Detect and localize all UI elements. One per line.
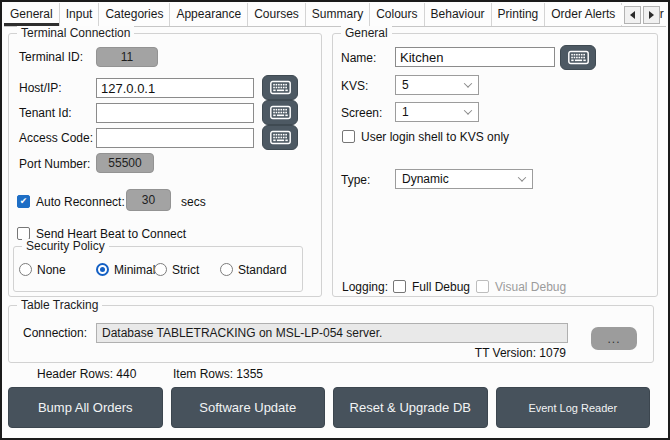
chevron-down-icon (464, 79, 472, 87)
type-label: Type: (341, 173, 370, 187)
tt-version-label: TT Version: 1079 (475, 346, 566, 360)
security-strict-label: Strict (172, 263, 199, 277)
auto-reconnect-checkbox[interactable] (17, 195, 30, 208)
general-group-title: General (341, 26, 392, 40)
tab-categories[interactable]: Categories (99, 3, 170, 26)
general-group: General Name: KVS: 5 Screen: 1 User logi… (332, 33, 658, 297)
tab-behaviour[interactable]: Behaviour (425, 3, 492, 26)
security-none-label: None (37, 263, 66, 277)
header-rows-stat: Header Rows: 440 (37, 367, 136, 381)
full-debug-label: Full Debug (412, 280, 470, 294)
screen-select[interactable]: 1 (395, 102, 479, 122)
visual-debug-label: Visual Debug (495, 280, 566, 294)
terminal-id-label: Terminal ID: (19, 50, 83, 64)
name-input[interactable] (395, 47, 555, 67)
keyboard-icon (568, 50, 589, 65)
host-ip-input[interactable] (96, 78, 254, 98)
terminal-connection-title: Terminal Connection (17, 26, 134, 40)
kvs-selected-value: 5 (402, 78, 409, 92)
left-arrow-icon (626, 11, 635, 19)
name-label: Name: (341, 51, 376, 65)
security-strict-radio[interactable] (154, 263, 167, 276)
table-tracking-group: Table Tracking Connection: Database TABL… (8, 305, 654, 363)
terminal-id-value[interactable]: 11 (96, 47, 158, 67)
user-login-shell-label: User login shell to KVS only (361, 130, 509, 144)
security-policy-group: Security Policy None Minimal Strict Stan… (13, 246, 303, 292)
connection-browse-button[interactable]: ... (591, 327, 637, 350)
visual-debug-checkbox (476, 280, 489, 293)
screen-label: Screen: (341, 106, 382, 120)
connection-value-field: Database TABLETRACKING on MSL-LP-054 ser… (96, 323, 568, 343)
connection-label: Connection: (23, 326, 87, 340)
logging-label: Logging: (342, 280, 388, 294)
security-standard-label: Standard (238, 263, 287, 277)
tab-scroll-left-button[interactable] (624, 6, 641, 24)
bump-all-orders-button[interactable]: Bump All Orders (8, 387, 163, 428)
software-update-button[interactable]: Software Update (171, 387, 326, 428)
secs-label: secs (181, 195, 206, 209)
tab-colours[interactable]: Colours (370, 3, 424, 26)
access-code-label: Access Code: (19, 131, 93, 145)
security-minimal-radio[interactable] (96, 263, 109, 276)
tenant-id-keyboard-button[interactable] (262, 100, 298, 125)
port-number-label: Port Number: (19, 157, 90, 171)
tab-appearance[interactable]: Appearance (170, 3, 248, 26)
tab-order-alerts[interactable]: Order Alerts (545, 3, 622, 26)
kvs-select[interactable]: 5 (395, 75, 479, 95)
chevron-down-icon (518, 173, 526, 181)
tenant-id-input[interactable] (96, 103, 254, 123)
chevron-down-icon (464, 106, 472, 114)
access-code-keyboard-button[interactable] (262, 125, 298, 150)
host-ip-label: Host/IP: (19, 81, 62, 95)
tab-general[interactable]: General (4, 3, 60, 26)
auto-reconnect-label: Auto Reconnect: (36, 195, 125, 209)
full-debug-checkbox[interactable] (393, 280, 406, 293)
type-select[interactable]: Dynamic (395, 169, 533, 189)
access-code-input[interactable] (96, 128, 254, 148)
keyboard-icon (270, 130, 291, 145)
screen-selected-value: 1 (402, 105, 409, 119)
host-ip-keyboard-button[interactable] (262, 75, 298, 100)
tenant-id-label: Tenant Id: (19, 106, 72, 120)
right-arrow-icon (649, 11, 658, 19)
security-none-radio[interactable] (19, 263, 32, 276)
tab-courses[interactable]: Courses (248, 3, 306, 26)
tab-input[interactable]: Input (60, 3, 100, 26)
security-minimal-label: Minimal (114, 263, 155, 277)
item-rows-stat: Item Rows: 1355 (173, 367, 263, 381)
security-standard-radio[interactable] (220, 263, 233, 276)
tab-scrollers (621, 5, 660, 25)
security-policy-title: Security Policy (22, 239, 109, 253)
tab-strip: General Input Categories Appearance Cour… (4, 3, 666, 27)
terminal-connection-group: Terminal Connection Terminal ID: 11 Host… (8, 33, 322, 297)
auto-reconnect-seconds-value[interactable]: 30 (126, 189, 171, 211)
keyboard-icon (270, 105, 291, 120)
type-selected-value: Dynamic (402, 172, 449, 186)
table-tracking-title: Table Tracking (17, 298, 102, 312)
keyboard-icon (270, 80, 291, 95)
tab-summary[interactable]: Summary (306, 3, 370, 26)
reset-upgrade-db-button[interactable]: Reset & Upgrade DB (333, 387, 488, 428)
user-login-shell-checkbox[interactable] (342, 130, 355, 143)
event-log-reader-button[interactable]: Event Log Reader (496, 387, 651, 428)
name-keyboard-button[interactable] (560, 45, 596, 70)
action-button-row: Bump All Orders Software Update Reset & … (8, 387, 650, 428)
port-number-value[interactable]: 55500 (96, 153, 154, 173)
tab-scroll-right-button[interactable] (643, 6, 660, 24)
terminal-settings-window: General Input Categories Appearance Cour… (0, 0, 670, 440)
kvs-label: KVS: (341, 79, 368, 93)
tab-printing[interactable]: Printing (492, 3, 546, 26)
